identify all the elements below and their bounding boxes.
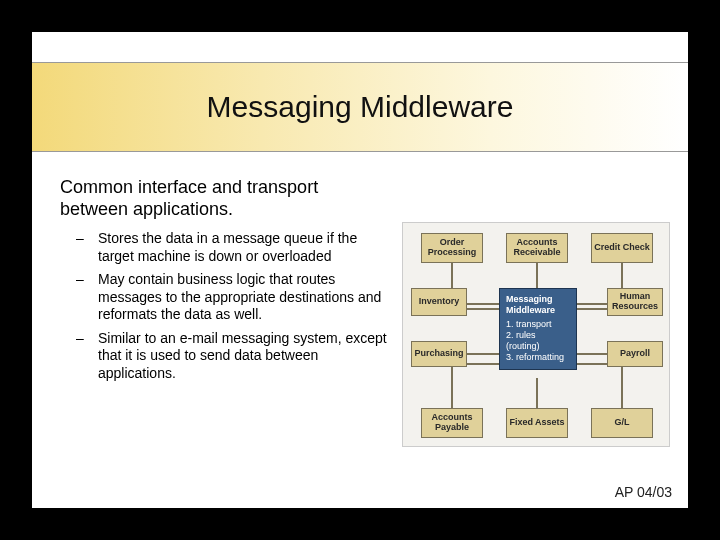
- list-item: – Stores the data in a message queue if …: [70, 230, 390, 265]
- connector: [536, 263, 538, 288]
- bullet-text: Similar to an e-mail messaging system, e…: [98, 330, 390, 383]
- node-fixed-assets: Fixed Assets: [506, 408, 568, 438]
- node-payroll: Payroll: [607, 341, 663, 367]
- connector: [451, 363, 453, 408]
- node-accounts-receivable: Accounts Receivable: [506, 233, 568, 263]
- center-line: 3. reformatting: [506, 352, 570, 363]
- content-area: Common interface and transport between a…: [60, 177, 390, 388]
- connector: [463, 353, 499, 355]
- connector: [621, 363, 623, 408]
- list-item: – Similar to an e-mail messaging system,…: [70, 330, 390, 383]
- architecture-diagram: Order Processing Accounts Receivable Cre…: [402, 222, 670, 447]
- bullet-list: – Stores the data in a message queue if …: [70, 230, 390, 382]
- node-order-processing: Order Processing: [421, 233, 483, 263]
- bullet-dash: –: [70, 230, 98, 265]
- connector: [575, 303, 611, 305]
- slide: Messaging Middleware Common interface an…: [32, 32, 688, 508]
- title-band: Messaging Middleware: [32, 62, 688, 152]
- center-heading: Messaging Middleware: [506, 294, 570, 317]
- slide-title: Messaging Middleware: [32, 90, 688, 124]
- bullet-text: May contain business logic that routes m…: [98, 271, 390, 324]
- connector: [463, 303, 499, 305]
- center-line: 1. transport: [506, 319, 570, 330]
- bullet-dash: –: [70, 330, 98, 383]
- node-purchasing: Purchasing: [411, 341, 467, 367]
- slide-footer: AP 04/03: [615, 484, 672, 500]
- connector: [536, 378, 538, 408]
- node-accounts-payable: Accounts Payable: [421, 408, 483, 438]
- node-human-resources: Human Resources: [607, 288, 663, 316]
- node-messaging-middleware: Messaging Middleware 1. transport 2. rul…: [499, 288, 577, 370]
- node-inventory: Inventory: [411, 288, 467, 316]
- center-line: 2. rules (routing): [506, 330, 570, 353]
- connector: [575, 353, 611, 355]
- bullet-dash: –: [70, 271, 98, 324]
- intro-text: Common interface and transport between a…: [60, 177, 390, 220]
- node-credit-check: Credit Check: [591, 233, 653, 263]
- bullet-text: Stores the data in a message queue if th…: [98, 230, 390, 265]
- node-gl: G/L: [591, 408, 653, 438]
- list-item: – May contain business logic that routes…: [70, 271, 390, 324]
